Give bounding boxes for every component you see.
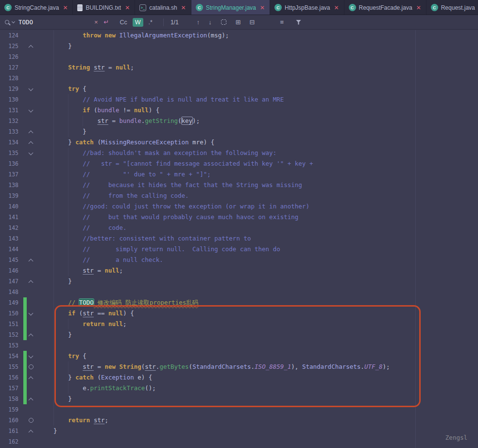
code-token: == <box>94 310 108 317</box>
fold-end-icon[interactable] <box>27 426 35 436</box>
fold-end-icon[interactable] <box>27 329 35 340</box>
regex-button[interactable]: .* <box>146 18 155 27</box>
vcs-change-bar[interactable] <box>23 362 27 372</box>
fold-end-icon[interactable] <box>27 126 35 137</box>
gutter-spacer <box>27 233 35 244</box>
editor-tab[interactable]: >_catalina.sh✕ <box>135 0 191 15</box>
line-number[interactable]: 149 <box>0 297 20 308</box>
vcs-change-bar[interactable] <box>23 329 27 340</box>
editor-tab[interactable]: CStringManager.java✕ <box>191 0 270 15</box>
editor-tab[interactable]: BUILDING.txt✕ <box>73 0 135 15</box>
line-number[interactable]: 131 <box>0 105 20 116</box>
line-number[interactable]: 153 <box>0 340 20 351</box>
fold-start-icon[interactable] <box>27 308 35 319</box>
search-options-button[interactable]: ≡ <box>275 18 288 26</box>
fold-start-icon[interactable] <box>27 105 35 116</box>
close-tab-icon[interactable]: ✕ <box>63 5 68 11</box>
clear-search-icon[interactable]: × <box>91 18 101 26</box>
line-number[interactable]: 148 <box>0 287 20 297</box>
close-tab-icon[interactable]: ✕ <box>334 5 339 11</box>
vcs-change-bar[interactable] <box>23 297 27 308</box>
vcs-change-bar[interactable] <box>23 319 27 329</box>
gutter-circle-icon[interactable] <box>27 362 35 372</box>
vcs-gutter <box>23 62 27 73</box>
line-number[interactable]: 142 <box>0 223 20 233</box>
line-number[interactable]: 147 <box>0 276 20 287</box>
editor-tab[interactable]: CRequestFacade.java✕ <box>344 0 427 15</box>
line-number[interactable]: 156 <box>0 372 20 383</box>
fold-end-icon[interactable] <box>27 137 35 148</box>
vcs-change-bar[interactable] <box>23 308 27 319</box>
newline-icon[interactable]: ↵ <box>101 18 112 26</box>
line-number[interactable]: 141 <box>0 212 20 223</box>
remove-occurrence-button[interactable]: ⊟ <box>245 18 259 26</box>
line-number[interactable]: 128 <box>0 73 20 84</box>
line-number[interactable]: 151 <box>0 319 20 329</box>
fold-end-icon[interactable] <box>27 41 35 52</box>
line-number[interactable]: 127 <box>0 62 20 73</box>
line-number[interactable]: 137 <box>0 169 20 180</box>
line-number[interactable]: 135 <box>0 148 20 158</box>
line-number[interactable]: 162 <box>0 436 20 447</box>
match-case-button[interactable]: Cc <box>118 18 130 27</box>
line-number[interactable]: 160 <box>0 415 20 426</box>
words-button[interactable]: W <box>133 18 143 27</box>
line-number[interactable]: 159 <box>0 404 20 415</box>
line-number[interactable]: 126 <box>0 52 20 62</box>
line-number[interactable]: 136 <box>0 158 20 169</box>
line-number[interactable]: 133 <box>0 126 20 137</box>
find-in-selection-button[interactable] <box>221 19 226 25</box>
close-tab-icon[interactable]: ✕ <box>260 5 265 11</box>
line-number[interactable]: 139 <box>0 190 20 201</box>
vcs-change-bar[interactable] <box>23 394 27 404</box>
search-query-input[interactable]: TODO <box>18 18 91 26</box>
vcs-change-bar[interactable] <box>23 383 27 394</box>
line-number[interactable]: 132 <box>0 116 20 126</box>
vcs-change-bar[interactable] <box>23 372 27 383</box>
fold-end-icon[interactable] <box>27 276 35 287</box>
fold-end-icon[interactable] <box>27 394 35 404</box>
code-token: // Avoid NPE if bundle is null and treat… <box>83 96 284 103</box>
filter-funnel-button[interactable] <box>296 20 301 25</box>
line-number[interactable]: 157 <box>0 383 20 394</box>
line-number[interactable]: 130 <box>0 94 20 105</box>
add-occurrence-button[interactable]: ⊞ <box>231 18 245 26</box>
search-icon[interactable] <box>5 20 15 24</box>
line-number[interactable]: 144 <box>0 244 20 255</box>
editor-tab[interactable]: CStringCache.java✕ <box>0 0 73 15</box>
line-number[interactable]: 140 <box>0 201 20 212</box>
line-number[interactable]: 138 <box>0 180 20 190</box>
close-tab-icon[interactable]: ✕ <box>416 5 421 11</box>
fold-end-icon[interactable] <box>27 255 35 265</box>
line-number[interactable]: 152 <box>0 329 20 340</box>
line-number[interactable]: 145 <box>0 255 20 265</box>
line-number[interactable]: 146 <box>0 265 20 276</box>
line-number[interactable]: 125 <box>0 41 20 52</box>
code-token <box>39 267 83 274</box>
code-token: printStackTrace <box>90 384 145 392</box>
editor-tab[interactable]: CHttpJspBase.java✕ <box>270 0 344 15</box>
line-number[interactable]: 155 <box>0 362 20 372</box>
close-tab-icon[interactable]: ✕ <box>181 5 186 11</box>
line-number[interactable]: 134 <box>0 137 20 148</box>
editor-pane[interactable]: 124 throw new IllegalArgumentException(m… <box>0 30 478 448</box>
line-number[interactable]: 154 <box>0 351 20 362</box>
line-number[interactable]: 161 <box>0 426 20 436</box>
fold-end-icon[interactable] <box>27 372 35 383</box>
close-tab-icon[interactable]: ✕ <box>125 5 130 11</box>
line-number[interactable]: 129 <box>0 84 20 94</box>
fold-start-icon[interactable] <box>27 84 35 94</box>
fold-start-icon[interactable] <box>27 148 35 158</box>
code-token: (msg); <box>207 32 229 39</box>
fold-start-icon[interactable] <box>27 351 35 362</box>
next-match-button[interactable]: ↓ <box>204 18 216 26</box>
editor-tab[interactable]: CRequest.java✕ <box>427 0 478 15</box>
line-number[interactable]: 124 <box>0 30 20 41</box>
gutter-circle-icon[interactable] <box>27 415 35 426</box>
code-token <box>39 416 68 424</box>
prev-match-button[interactable]: ↑ <box>192 18 205 26</box>
vcs-change-bar[interactable] <box>23 351 27 362</box>
line-number[interactable]: 158 <box>0 394 20 404</box>
line-number[interactable]: 150 <box>0 308 20 319</box>
line-number[interactable]: 143 <box>0 233 20 244</box>
